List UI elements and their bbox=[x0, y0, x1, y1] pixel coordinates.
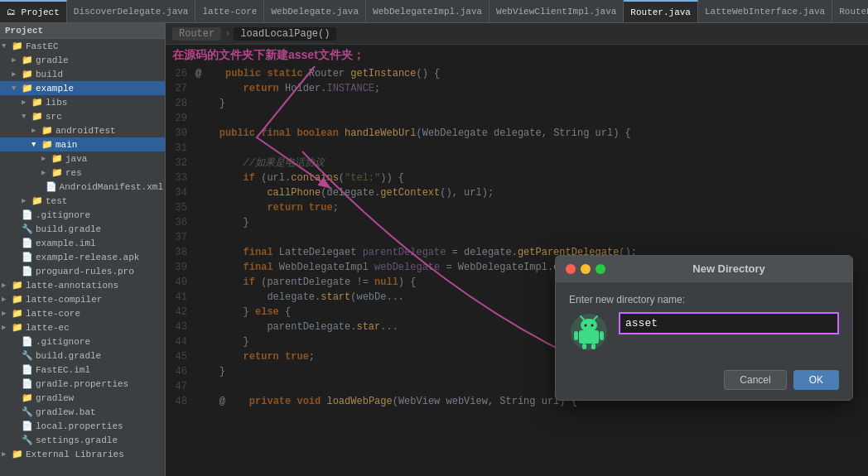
tree-proguard[interactable]: ▶ 📄 proguard-rules.pro bbox=[0, 264, 165, 278]
folder-icon: 📁 bbox=[12, 308, 23, 319]
minimize-window-button[interactable] bbox=[581, 264, 591, 274]
tree-arrow-icon: ▼ bbox=[12, 84, 20, 93]
app-container: 🗂 Project DiscoverDelegate.java latte-co… bbox=[0, 0, 868, 476]
tree-fastec-iml[interactable]: ▶ 📄 FastEC.iml bbox=[0, 363, 165, 377]
tree-item-label: FastEC.iml bbox=[36, 365, 90, 375]
tab-router[interactable]: Router.java bbox=[624, 0, 698, 23]
project-sidebar: Project ▼ 📁 FastEC ▶ 📁 gradle bbox=[0, 23, 166, 476]
tree-gitignore2[interactable]: ▶ 📄 .gitignore bbox=[0, 334, 165, 349]
tree-latte-core[interactable]: ▶ 📁 latte-core bbox=[0, 306, 165, 320]
folder-icon: 📁 bbox=[51, 167, 63, 178]
tree-arrow-icon: ▶ bbox=[2, 295, 10, 304]
tab-latte-core[interactable]: latte-core bbox=[195, 0, 264, 23]
folder-icon: 📁 bbox=[12, 449, 23, 459]
folder-icon: 📁 bbox=[31, 97, 43, 108]
cancel-button[interactable]: Cancel bbox=[724, 370, 786, 390]
tree-arrow-icon: ▼ bbox=[22, 113, 30, 121]
tree-arrow-icon: ▶ bbox=[2, 450, 10, 459]
folder-icon: 📁 bbox=[22, 83, 33, 94]
svg-rect-7 bbox=[574, 331, 578, 340]
tree-build-gradle2[interactable]: ▶ 🔧 build.gradle bbox=[0, 349, 165, 363]
new-directory-input[interactable] bbox=[619, 312, 839, 334]
tree-settings-gradle[interactable]: ▶ 🔧 settings.gradle bbox=[0, 433, 165, 447]
tree-arrow-icon: ▶ bbox=[12, 55, 20, 65]
tree-item-label: example bbox=[36, 84, 74, 94]
tab-webdelegateimpl[interactable]: WebDelegateImpl.java bbox=[366, 0, 489, 23]
tree-arrow-icon: ▶ bbox=[2, 281, 10, 290]
tree-fastec[interactable]: ▼ 📁 FastEC bbox=[0, 39, 165, 53]
folder-icon: 📁 bbox=[12, 322, 23, 333]
tree-gradle[interactable]: ▶ 📁 gradle bbox=[0, 53, 165, 67]
tree-gradlew-bat[interactable]: ▶ 🔧 gradlew.bat bbox=[0, 405, 165, 419]
folder-icon: 📁 bbox=[12, 280, 23, 291]
tree-libs[interactable]: ▶ 📁 libs bbox=[0, 95, 165, 109]
tree-java[interactable]: ▶ 📁 java bbox=[0, 151, 165, 166]
tree-src[interactable]: ▼ 📁 src bbox=[0, 109, 165, 123]
tree-build-gradle[interactable]: ▶ 🔧 build.gradle bbox=[0, 222, 165, 236]
tree-example[interactable]: ▼ 📁 example bbox=[0, 81, 165, 95]
tree-item-label: example.iml bbox=[36, 238, 96, 248]
tree-item-label: java bbox=[65, 154, 87, 164]
tree-build[interactable]: ▶ 📁 build bbox=[0, 67, 165, 81]
tree-example-iml[interactable]: ▶ 📄 example.iml bbox=[0, 236, 165, 250]
close-window-button[interactable] bbox=[566, 264, 576, 274]
tree-res[interactable]: ▶ 📁 res bbox=[0, 166, 165, 180]
tree-gradlew[interactable]: ▶ 📁 gradlew bbox=[0, 391, 165, 405]
tree-gradle-properties[interactable]: ▶ 📄 gradle.properties bbox=[0, 377, 165, 391]
maximize-window-button[interactable] bbox=[596, 264, 605, 274]
tree-arrow-icon: ▶ bbox=[12, 70, 20, 79]
tree-item-label: FastEC bbox=[26, 41, 59, 51]
tab-project[interactable]: 🗂 Project bbox=[0, 0, 67, 23]
new-directory-dialog: New Directory Enter new directory name: bbox=[555, 255, 853, 401]
tree-arrow-icon: ▶ bbox=[31, 126, 40, 135]
file-icon: 📄 bbox=[22, 209, 33, 220]
tree-androidtest[interactable]: ▶ 📁 androidTest bbox=[0, 123, 165, 137]
tab-label: WebViewClientImpl.java bbox=[496, 7, 616, 17]
tree-androidmanifest[interactable]: ▶ 📄 AndroidManifest.xml bbox=[0, 180, 165, 194]
tree-gitignore[interactable]: ▶ 📄 .gitignore bbox=[0, 208, 165, 222]
tree-arrow-icon: ▶ bbox=[22, 98, 30, 107]
tree-arrow-icon: ▼ bbox=[31, 141, 40, 149]
tab-discover-delegate[interactable]: DiscoverDelegate.java bbox=[67, 0, 196, 23]
dialog-title-bar: New Directory bbox=[556, 256, 852, 282]
tree-item-label: test bbox=[46, 196, 67, 206]
ok-button[interactable]: OK bbox=[793, 370, 839, 390]
tree-item-label: latte-core bbox=[26, 309, 80, 319]
tree-item-label: latte-annotations bbox=[26, 281, 118, 291]
tree-item-label: gradlew bbox=[36, 393, 74, 403]
tree-item-label: latte-ec bbox=[26, 323, 70, 333]
tree-latte-ec[interactable]: ▶ 📁 latte-ec bbox=[0, 320, 165, 334]
tab-label: LatteWebInterface.java bbox=[705, 7, 825, 17]
folder-icon: 📁 bbox=[41, 139, 53, 150]
tree-item-label: proguard-rules.pro bbox=[36, 267, 134, 276]
tree-item-label: gradle.properties bbox=[36, 379, 128, 389]
tree-item-label: src bbox=[46, 112, 62, 122]
file-icon: 📄 bbox=[22, 238, 33, 248]
tree-example-release[interactable]: ▶ 📄 example-release.apk bbox=[0, 250, 165, 264]
file-icon: 📄 bbox=[22, 266, 33, 276]
tab-webviewclientimpl[interactable]: WebViewClientImpl.java bbox=[489, 0, 624, 23]
tree-item-label: settings.gradle bbox=[36, 435, 118, 445]
tree-arrow-icon: ▶ bbox=[41, 168, 50, 177]
tab-label: DiscoverDelegate.java bbox=[74, 7, 189, 17]
tab-routekeys[interactable]: RouteKeys.java bbox=[832, 0, 868, 23]
tree-test[interactable]: ▶ 📁 test bbox=[0, 194, 165, 208]
dialog-input-col bbox=[619, 312, 839, 334]
tab-webdelegate[interactable]: WebDelegate.java bbox=[264, 0, 366, 23]
code-editor[interactable]: Router › loadLocalPage() 在源码的文件夹下新建asset… bbox=[166, 23, 868, 476]
tree-external-libraries[interactable]: ▶ 📁 External Libraries bbox=[0, 447, 165, 461]
tree-latte-annotations[interactable]: ▶ 📁 latte-annotations bbox=[0, 278, 165, 292]
tree-item-label: External Libraries bbox=[26, 450, 124, 459]
folder-icon: 📁 bbox=[31, 111, 43, 122]
tab-label: WebDelegate.java bbox=[271, 7, 359, 17]
folder-icon: 📁 bbox=[22, 69, 33, 79]
file-icon: 📄 bbox=[22, 364, 33, 375]
tree-main[interactable]: ▼ 📁 main bbox=[0, 137, 165, 151]
tree-local-properties[interactable]: ▶ 📄 local.properties bbox=[0, 419, 165, 433]
tab-bar: 🗂 Project DiscoverDelegate.java latte-co… bbox=[0, 0, 868, 23]
tab-label: 🗂 Project bbox=[7, 7, 60, 17]
tab-lattewebinterface[interactable]: LatteWebInterface.java bbox=[698, 0, 832, 23]
svg-rect-10 bbox=[591, 344, 596, 349]
tree-latte-compiler[interactable]: ▶ 📁 latte-compiler bbox=[0, 292, 165, 306]
gradle-icon: 🔧 bbox=[22, 350, 33, 361]
